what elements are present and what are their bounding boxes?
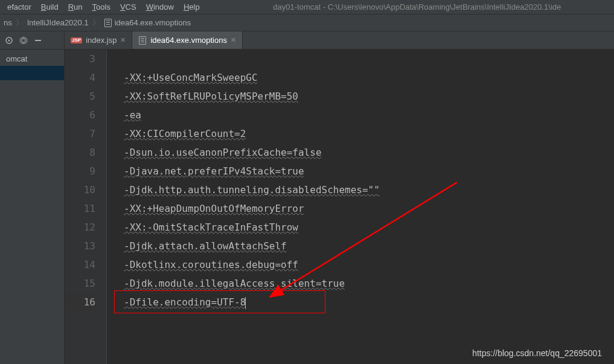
- menu-window[interactable]: Window: [141, 1, 179, 13]
- file-icon: [104, 19, 112, 27]
- select-opened-file-icon[interactable]: [5, 36, 13, 45]
- code-editor[interactable]: 345678910111213141516 -XX:+UseConcMarkSw…: [65, 49, 614, 364]
- code-line[interactable]: -XX:-OmitStackTraceInFastThrow: [124, 218, 614, 237]
- line-number: 7: [65, 124, 95, 143]
- watermark: https://blog.csdn.net/qq_22695001: [472, 348, 602, 358]
- jsp-icon: JSP: [71, 37, 82, 43]
- tab-vmoptions[interactable]: idea64.exe.vmoptions ✕: [132, 31, 242, 49]
- file-icon: [138, 36, 147, 45]
- line-number: 14: [65, 255, 95, 274]
- svg-point-1: [8, 39, 10, 41]
- menu-vcs[interactable]: VCS: [115, 1, 141, 13]
- breadcrumb-item[interactable]: IntelliJIdea2020.1: [27, 18, 89, 27]
- line-number: 4: [65, 68, 95, 87]
- line-number: 5: [65, 87, 95, 106]
- line-number: 6: [65, 106, 95, 124]
- code-line[interactable]: -Dkotlinx.coroutines.debug=off: [124, 255, 614, 274]
- svg-rect-2: [35, 40, 41, 41]
- line-gutter: 345678910111213141516: [65, 49, 107, 364]
- gear-icon[interactable]: [19, 36, 28, 45]
- line-number: 9: [65, 162, 95, 180]
- close-icon[interactable]: ✕: [231, 36, 236, 44]
- line-number: 3: [65, 49, 95, 68]
- code-line[interactable]: -Djdk.attach.allowAttachSelf: [124, 237, 614, 255]
- code-line[interactable]: -ea: [124, 106, 614, 124]
- code-line[interactable]: -Djava.net.preferIPv4Stack=true: [124, 162, 614, 180]
- code-line[interactable]: -Djdk.http.auth.tunneling.disabledScheme…: [124, 180, 614, 199]
- editor-area: JSP index.jsp ✕ idea64.exe.vmoptions ✕ 3…: [65, 31, 614, 364]
- tab-label: index.jsp: [86, 36, 117, 45]
- chevron-right-icon: 〉: [92, 18, 100, 28]
- project-tree[interactable]: omcat: [0, 49, 64, 364]
- code-line[interactable]: -XX:CICompilerCount=2: [124, 124, 614, 143]
- code-line[interactable]: -XX:+HeapDumpOnOutOfMemoryError: [124, 199, 614, 218]
- breadcrumb: ns 〉 IntelliJIdea2020.1 〉 idea64.exe.vmo…: [0, 14, 614, 31]
- menu-tools[interactable]: Tools: [88, 1, 115, 13]
- code-line[interactable]: [124, 49, 614, 68]
- line-number: 11: [65, 199, 95, 218]
- tree-item[interactable]: omcat: [0, 52, 64, 66]
- sidebar: omcat: [0, 31, 65, 364]
- menu-help[interactable]: Help: [179, 1, 205, 13]
- breadcrumb-item[interactable]: ns: [4, 18, 12, 27]
- menu-build[interactable]: Build: [36, 1, 63, 13]
- line-number: 12: [65, 218, 95, 237]
- line-number: 15: [65, 274, 95, 293]
- code-line[interactable]: -Dsun.io.useCanonPrefixCache=false: [124, 143, 614, 162]
- tree-item-selected[interactable]: [0, 66, 64, 80]
- editor-tabs: JSP index.jsp ✕ idea64.exe.vmoptions ✕: [65, 31, 614, 49]
- chevron-right-icon: 〉: [16, 18, 24, 28]
- code-content[interactable]: -XX:+UseConcMarkSweepGC-XX:SoftRefLRUPol…: [107, 49, 614, 364]
- code-line[interactable]: -XX:+UseConcMarkSweepGC: [124, 68, 614, 87]
- sidebar-toolbar: [0, 31, 64, 49]
- code-line[interactable]: -XX:SoftRefLRUPolicyMSPerMB=50: [124, 87, 614, 106]
- code-line[interactable]: -Djdk.module.illegalAccess.silent=true: [124, 274, 614, 293]
- line-number: 8: [65, 143, 95, 162]
- breadcrumb-item[interactable]: idea64.exe.vmoptions: [104, 18, 191, 27]
- window-title: day01-tomcat - C:\Users\lenovo\AppData\R…: [205, 2, 612, 11]
- line-number: 16: [65, 293, 95, 311]
- main-area: omcat JSP index.jsp ✕ idea64.exe.vmoptio…: [0, 31, 614, 364]
- menubar: efactor Build Run Tools VCS Window Help …: [0, 0, 614, 14]
- line-number: 10: [65, 180, 95, 199]
- menu-refactor[interactable]: efactor: [2, 1, 36, 13]
- tab-index-jsp[interactable]: JSP index.jsp ✕: [65, 31, 132, 49]
- menu-run[interactable]: Run: [63, 1, 88, 13]
- collapse-icon[interactable]: [34, 36, 42, 45]
- close-icon[interactable]: ✕: [120, 36, 126, 44]
- tab-label: idea64.exe.vmoptions: [150, 36, 226, 45]
- line-number: 13: [65, 237, 95, 255]
- code-line[interactable]: -Dfile.encoding=UTF-8: [124, 293, 614, 311]
